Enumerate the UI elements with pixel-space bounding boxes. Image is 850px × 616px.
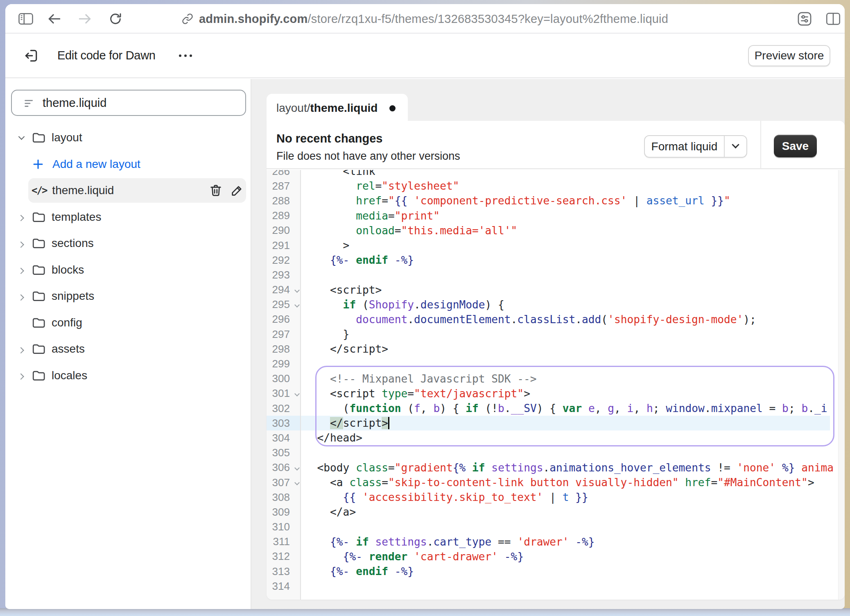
code-line[interactable]: <body class="gradient{% if settings.anim… — [301, 460, 838, 475]
code-line[interactable]: </script> — [301, 342, 838, 356]
line-number: 298 — [267, 342, 300, 356]
code-line[interactable]: if (Shopify.designMode) { — [301, 297, 838, 312]
split-view-icon[interactable] — [825, 4, 841, 34]
code-line[interactable]: <script> — [301, 283, 838, 297]
line-number: 297 — [267, 327, 300, 342]
code-line[interactable]: > — [301, 238, 838, 253]
page-title: Edit code for Dawn — [57, 34, 156, 77]
line-number: 300 — [267, 371, 300, 386]
sidebar-item-assets[interactable]: assets — [5, 336, 251, 362]
line-number-gutter: 2862872882892902912922932942952962972982… — [267, 170, 301, 600]
code-line[interactable]: </script> — [301, 416, 838, 430]
fold-toggle-icon[interactable] — [294, 288, 300, 293]
fold-toggle-icon[interactable] — [294, 480, 300, 485]
browser-window: admin.shopify.com/store/rzq1xu-f5/themes… — [5, 4, 845, 609]
chevron-right-icon[interactable] — [18, 241, 25, 246]
code-line[interactable] — [301, 579, 838, 593]
sidebar-item-config[interactable]: config — [5, 310, 251, 336]
code-line[interactable]: <script type="text/javascript"> — [301, 386, 838, 401]
url-path: /store/rzq1xu-f5/themes/132683530345?key… — [307, 12, 668, 25]
rename-file-icon[interactable] — [230, 183, 244, 197]
code-line[interactable]: {%- if settings.cart_type == 'drawer' -%… — [301, 534, 838, 549]
delete-file-icon[interactable] — [209, 183, 223, 197]
editor-scrollbar[interactable] — [838, 170, 845, 600]
chevron-right-icon[interactable] — [18, 347, 25, 351]
code-line[interactable]: {{ 'accessibility.skip_to_text' | t }} — [301, 490, 838, 505]
sidebar-item-theme-liquid[interactable]: </>theme.liquid — [5, 177, 251, 204]
fold-toggle-icon[interactable] — [294, 465, 300, 471]
code-line[interactable]: rel="stylesheet" — [301, 179, 838, 193]
line-number: 303 — [267, 416, 300, 430]
chevron-right-icon[interactable] — [18, 267, 25, 272]
chevron-down-icon[interactable] — [18, 136, 25, 140]
code-line[interactable]: <a class="skip-to-content-link button vi… — [301, 475, 838, 490]
extensions-icon[interactable] — [796, 4, 813, 34]
preview-store-button[interactable]: Preview store — [748, 45, 830, 66]
code-line[interactable]: document.documentElement.classList.add('… — [301, 312, 838, 327]
line-number: 293 — [267, 267, 300, 282]
sidebar-item-snippets[interactable]: snippets — [5, 283, 251, 310]
folder-icon — [32, 131, 45, 145]
code-line[interactable]: } — [301, 327, 838, 342]
line-number: 302 — [267, 401, 300, 416]
overflow-menu-icon[interactable] — [179, 34, 192, 77]
sidebar-item-templates[interactable]: templates — [5, 204, 251, 231]
line-number: 294 — [267, 283, 300, 297]
code-line[interactable] — [301, 593, 838, 600]
sidebar-item-label: templates — [52, 211, 101, 224]
code-line[interactable]: {%- render 'cart-drawer' -%} — [301, 549, 838, 564]
line-number: 305 — [267, 446, 300, 460]
save-button[interactable]: Save — [774, 135, 817, 157]
sidebar-item-layout[interactable]: layout — [5, 125, 251, 151]
format-liquid-button[interactable]: Format liquid — [644, 135, 747, 158]
chevron-right-icon[interactable] — [18, 215, 25, 219]
code-line[interactable]: <link — [301, 170, 838, 179]
filter-icon — [23, 96, 37, 110]
format-liquid-label: Format liquid — [645, 140, 724, 153]
sidebar-item-label: config — [52, 316, 82, 329]
code-line[interactable]: </a> — [301, 505, 838, 519]
code-line[interactable]: onload="this.media='all'" — [301, 223, 838, 238]
code-line[interactable]: </head> — [301, 430, 838, 445]
sidebar-item-label: sections — [52, 237, 94, 250]
folder-icon — [32, 210, 45, 224]
line-number: 289 — [267, 208, 300, 223]
code-editor[interactable]: 2862872882892902912922932942952962972982… — [267, 170, 845, 600]
line-number: 301 — [267, 386, 300, 401]
sidebar-item-label: blocks — [52, 263, 84, 276]
line-number: 291 — [267, 238, 300, 253]
format-dropdown-icon[interactable] — [725, 144, 746, 149]
line-number: 295 — [267, 297, 300, 312]
plus-icon — [32, 158, 44, 170]
code-file-icon: </> — [32, 185, 47, 196]
sidebar-item-sections[interactable]: sections — [5, 230, 251, 257]
exit-icon[interactable] — [22, 34, 41, 77]
code-line[interactable]: {%- endif -%} — [301, 564, 838, 579]
code-line[interactable] — [301, 356, 838, 371]
sidebar-item-label: snippets — [52, 290, 94, 303]
code-line[interactable] — [301, 520, 838, 534]
line-number: 288 — [267, 193, 300, 208]
code-line[interactable]: media="print" — [301, 208, 838, 223]
code-line[interactable]: <!-- Mixpanel Javascript SDK --> — [301, 371, 838, 386]
sidebar-item-add-a-new-layout[interactable]: Add a new layout — [5, 151, 251, 178]
unsaved-dot-icon — [389, 105, 396, 111]
code-line[interactable] — [301, 446, 838, 460]
file-tree: layoutAdd a new layout</>theme.liquidtem… — [5, 125, 251, 389]
code-line[interactable] — [301, 267, 838, 282]
sidebar-item-locales[interactable]: locales — [5, 362, 251, 389]
chevron-right-icon[interactable] — [18, 294, 25, 299]
tab-theme-liquid[interactable]: layout/theme.liquid — [267, 94, 408, 122]
code-line[interactable]: {%- endif -%} — [301, 253, 838, 267]
status-subtitle: File does not have any other versions — [276, 150, 460, 163]
sidebar-item-blocks[interactable]: blocks — [5, 257, 251, 283]
line-number: 308 — [267, 490, 300, 505]
file-search-input[interactable]: theme.liquid — [11, 90, 246, 116]
chevron-right-icon[interactable] — [18, 373, 25, 378]
search-value: theme.liquid — [43, 96, 106, 110]
fold-toggle-icon[interactable] — [294, 302, 300, 308]
url-field[interactable]: admin.shopify.com/store/rzq1xu-f5/themes… — [199, 12, 668, 26]
code-line[interactable]: href="{{ 'component-predictive-search.cs… — [301, 193, 838, 208]
fold-toggle-icon[interactable] — [294, 391, 300, 396]
code-line[interactable]: (function (f, b) { if (!b.__SV) { var e,… — [301, 401, 838, 416]
